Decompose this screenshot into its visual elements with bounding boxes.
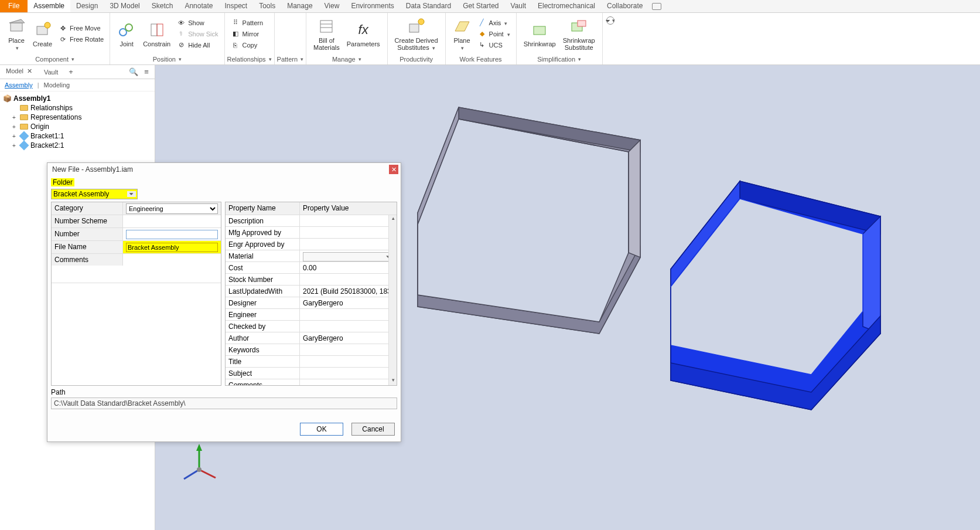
shrinkwrap-button[interactable]: Shrinkwrap [520,19,559,49]
bom-label2: Materials [313,44,340,51]
filename-input[interactable] [126,243,218,252]
copy-button[interactable]: ⎘Copy [228,40,265,50]
joint-button[interactable]: Joint [114,19,139,49]
tab-inspect[interactable]: Inspect [218,0,253,12]
tree-bracket2[interactable]: +Bracket2:1 [1,141,153,150]
prop-value[interactable] [300,309,397,320]
tab-annotate[interactable]: Annotate [179,0,218,12]
scroll-up-icon[interactable]: ▴ [389,215,397,223]
ucs-icon: ↳ [477,40,487,50]
free-rotate-button[interactable]: ⟳Free Rotate [56,34,106,45]
group-manage-label[interactable]: Manage [306,55,387,64]
prop-value[interactable] [300,215,397,226]
tab-vault[interactable]: Vault [505,0,532,12]
prop-value[interactable] [300,274,397,285]
expand-icon[interactable]: + [11,133,18,140]
ucs-button[interactable]: ↳UCS [475,40,513,50]
panel-add-tab[interactable]: + [64,66,78,78]
prop-value[interactable] [300,321,397,332]
mirror-button[interactable]: ◧Mirror [228,29,265,39]
ok-button[interactable]: OK [300,423,343,436]
place-button[interactable]: Place [4,16,29,52]
prop-value[interactable]: ⏷ [300,250,397,261]
tree-origin[interactable]: +Origin [1,122,153,131]
category-select[interactable]: Engineering [126,203,218,214]
tab-tools[interactable]: Tools [253,0,281,12]
group-relationships-label[interactable]: Relationships [225,55,274,64]
search-icon[interactable]: 🔍 [129,67,138,77]
close-model-tab-icon[interactable]: ✕ [27,67,32,74]
tab-file[interactable]: File [0,0,28,12]
open-documents-icon[interactable] [652,3,661,10]
group-component-label[interactable]: Component [0,55,110,64]
group-position-label[interactable]: Position [110,55,224,64]
folder-icon [20,124,28,130]
tab-manage[interactable]: Manage [281,0,318,12]
prop-value[interactable] [300,368,397,379]
create-derived-button[interactable]: Create Derived Substitutes [391,16,442,52]
close-icon[interactable]: ✕ [389,165,398,174]
bom-button[interactable]: Bill of Materials [310,16,343,52]
prop-value[interactable]: GaryBergero [300,297,397,308]
expand-icon[interactable]: + [11,142,18,149]
tab-environments[interactable]: Environments [345,0,399,12]
tab-collaborate[interactable]: Collaborate [601,0,648,12]
tab-getstarted[interactable]: Get Started [457,0,504,12]
help-dropdown-icon[interactable]: ⏷ [606,16,614,25]
comments-input[interactable] [123,254,221,257]
panel-tab-vault[interactable]: Vault [38,67,64,77]
prop-value[interactable]: 2021 (Build 250183000, 183) [300,286,397,297]
create-button[interactable]: Create [29,19,56,49]
cancel-button[interactable]: Cancel [351,423,395,436]
prop-value[interactable]: GaryBergero [300,332,397,344]
numberscheme-value[interactable] [123,215,221,227]
panel-tab-model[interactable]: Model✕ [0,66,38,78]
menu-icon[interactable]: ≡ [142,67,151,77]
folder-dropdown[interactable]: Bracket Assembly ⏷ [51,189,138,199]
shrinkwrap-substitute-button[interactable]: Shrinkwrap Substitute [559,16,599,52]
constrain-button[interactable]: Constrain [139,19,174,49]
hide-all-button[interactable]: ⊘Hide All [174,40,220,50]
material-select[interactable]: ⏷ [303,252,394,261]
scroll-down-icon[interactable]: ▾ [389,377,397,385]
number-input[interactable] [126,230,218,239]
pattern-button[interactable]: ⠿Pattern [228,18,265,28]
show-sick-button[interactable]: ⚕Show Sick [174,29,220,39]
free-move-button[interactable]: ✥Free Move [56,23,106,33]
assembly-icon: 📦 [2,94,12,103]
expand-icon[interactable]: + [11,114,18,121]
prop-value[interactable] [300,344,397,355]
part-icon [19,132,29,140]
tree-bracket1[interactable]: +Bracket1:1 [1,131,153,141]
tab-sketch[interactable]: Sketch [146,0,179,12]
group-pattern-label[interactable]: Pattern [275,55,306,64]
bom-icon [317,17,336,36]
dialog-titlebar[interactable]: New File - Assembly1.iam ✕ [47,163,401,176]
expand-icon[interactable]: + [11,124,18,130]
scrollbar[interactable]: ▴ ▾ [388,215,397,385]
tab-assemble[interactable]: Assemble [28,0,70,12]
parameters-button[interactable]: fx Parameters [343,19,384,49]
prop-value[interactable] [300,227,397,238]
prop-value[interactable] [300,239,397,250]
prop-value[interactable] [300,379,397,385]
tree-root-assembly[interactable]: 📦Assembly1 [1,94,153,103]
subtab-assembly[interactable]: Assembly [5,81,33,89]
axis-button[interactable]: ╱Axis [475,18,513,28]
show-icon: 👁 [176,18,186,28]
tree-relationships[interactable]: Relationships [1,103,153,113]
tab-view[interactable]: View [319,0,346,12]
prop-value[interactable] [300,356,397,367]
tab-3dmodel[interactable]: 3D Model [104,0,145,12]
tree-representations[interactable]: +Representations [1,113,153,122]
tab-datastandard[interactable]: Data Standard [400,0,457,12]
prop-value[interactable]: 0.00 [300,262,397,273]
tab-design[interactable]: Design [70,0,104,12]
show-button[interactable]: 👁Show [174,18,220,28]
subtab-modeling[interactable]: Modeling [44,81,70,89]
svg-point-12 [418,19,424,25]
tab-electromechanical[interactable]: Electromechanical [532,0,601,12]
point-button[interactable]: ◆Point [475,29,513,39]
group-simplification-label[interactable]: Simplification [517,55,602,64]
plane-button[interactable]: Plane [449,16,475,52]
